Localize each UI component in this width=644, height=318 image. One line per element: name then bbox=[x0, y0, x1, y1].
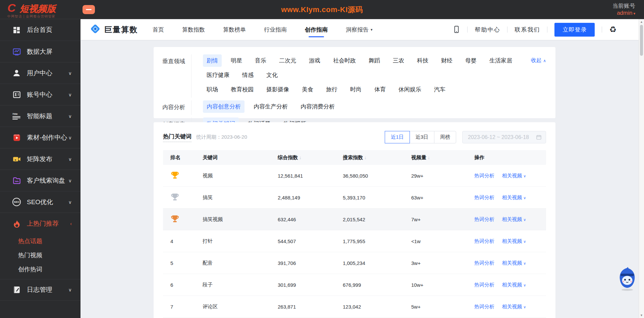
collapse-filters-link[interactable]: 收起 ∧ bbox=[531, 57, 546, 64]
scroll-up-arrow[interactable]: ▲ bbox=[639, 20, 644, 24]
filter-tag[interactable]: 内容消费分析 bbox=[297, 100, 338, 113]
range-controls: 近1日近3日周榜 2023-06-12 ~ 2023-06-18 bbox=[385, 131, 546, 143]
filter-tag[interactable]: 音乐 bbox=[251, 54, 270, 67]
hotword-analysis-link[interactable]: 热词分析 bbox=[474, 216, 494, 222]
range-button[interactable]: 周榜 bbox=[434, 131, 456, 143]
hotword-analysis-link[interactable]: 热词分析 bbox=[474, 173, 494, 178]
account-info: 当前账号 admin▾ bbox=[612, 2, 635, 17]
nav-link[interactable]: 行业指南▾ bbox=[264, 19, 287, 40]
filter-tag[interactable]: 母婴 bbox=[462, 54, 480, 67]
filter-tag[interactable]: 内容生产分析 bbox=[250, 100, 291, 113]
filter-tag[interactable]: 旅行 bbox=[322, 83, 341, 96]
sidebar-item-smart-title[interactable]: Title 智能标题 ∨ bbox=[0, 105, 80, 127]
filter-tag[interactable]: 社会时政 bbox=[329, 54, 360, 67]
dashboard-icon bbox=[12, 26, 21, 35]
filter-tag[interactable]: 汽车 bbox=[430, 83, 449, 96]
hotword-analysis-link[interactable]: 热词分析 bbox=[474, 238, 494, 244]
panel-title: 热门关键词 bbox=[163, 133, 192, 142]
filter-tag[interactable]: 剧情 bbox=[203, 54, 222, 67]
filter-tag[interactable]: 二次元 bbox=[275, 54, 300, 67]
account-dropdown[interactable]: admin▾ bbox=[612, 9, 635, 16]
sidebar-item-hot-recommend[interactable]: 上热门推荐 ‹ bbox=[0, 213, 80, 234]
sidebar-subitem-hot-videos[interactable]: 热门视频 bbox=[0, 248, 80, 262]
scroll-down-arrow[interactable]: ▼ bbox=[639, 314, 644, 317]
filter-tag[interactable]: 明星 bbox=[227, 54, 246, 67]
sidebar-item-material-center[interactable]: 素材-创作中心 ∨ bbox=[0, 127, 80, 148]
page-body: 收起 ∧ 垂直领域 剧情明星音乐二次元游戏社会时政舞蹈三农科技财经母婴生活家居医… bbox=[80, 40, 639, 318]
related-videos-link[interactable]: 相关视频∨ bbox=[502, 238, 526, 244]
chevron-down-icon: ∨ bbox=[68, 135, 72, 140]
sidebar-item-seo[interactable]: SEO SEO优化 ∨ bbox=[0, 191, 80, 213]
scrollbar-thumb[interactable] bbox=[640, 25, 643, 56]
related-videos-link[interactable]: 相关视频∨ bbox=[502, 282, 526, 287]
sidebar-item-customer-leads[interactable]: 客户线索询盘 ∨ bbox=[0, 170, 80, 191]
nav-link[interactable]: 算数榜单▾ bbox=[223, 19, 246, 40]
content-scrollbar[interactable]: ▲ ▼ bbox=[639, 19, 644, 318]
search-index-cell: 123,042 bbox=[343, 304, 411, 310]
mobile-phone-icon[interactable] bbox=[453, 25, 460, 34]
sidebar-collapse-button[interactable] bbox=[83, 5, 95, 14]
filter-tag[interactable]: 三农 bbox=[389, 54, 408, 67]
related-videos-link[interactable]: 相关视频∨ bbox=[502, 173, 526, 178]
sidebar-subitem-hot-topics[interactable]: 热点话题 bbox=[0, 234, 80, 248]
filter-tag[interactable]: 美食 bbox=[298, 83, 317, 96]
recycle-icon[interactable]: ♻ bbox=[609, 25, 616, 34]
actions-cell: 热词分析 相关视频∨ bbox=[474, 194, 546, 201]
help-center-link[interactable]: 帮助中心 bbox=[475, 26, 500, 34]
date-range-input[interactable]: 2023-06-12 ~ 2023-06-18 bbox=[462, 131, 546, 143]
mascot-widget[interactable] bbox=[616, 267, 638, 291]
hotword-analysis-link[interactable]: 热词分析 bbox=[474, 282, 494, 287]
sidebar-item-matrix-publish[interactable]: 矩阵发布 ∨ bbox=[0, 148, 80, 170]
sidebar-item-log-management[interactable]: 日志管理 ∨ bbox=[0, 279, 80, 301]
filter-tag[interactable]: 生活家居 bbox=[486, 54, 516, 67]
nav-link[interactable]: 创作指南▾ bbox=[305, 19, 328, 40]
filter-tag[interactable]: 休闲娱乐 bbox=[395, 83, 425, 96]
sidebar-subitem-creation-hotwords[interactable]: 创作热词 bbox=[0, 262, 80, 276]
filter-tag[interactable]: 内容创意分析 bbox=[203, 100, 245, 113]
filter-tag[interactable]: 体育 bbox=[371, 83, 389, 96]
hotword-analysis-link[interactable]: 热词分析 bbox=[474, 194, 494, 200]
filter-tag[interactable]: 财经 bbox=[437, 54, 456, 67]
sort-down-icon[interactable]: ↓ bbox=[364, 155, 367, 160]
header-banner-text: www.KIym.com-KI源码 bbox=[101, 5, 543, 15]
related-videos-link[interactable]: 相关视频∨ bbox=[502, 260, 526, 266]
filter-tag[interactable]: 时尚 bbox=[346, 83, 365, 96]
filter-tag[interactable]: 文化 bbox=[263, 69, 281, 81]
related-videos-link[interactable]: 相关视频∨ bbox=[502, 304, 526, 309]
contact-us-link[interactable]: 联系我们 bbox=[515, 26, 540, 34]
filter-tag[interactable]: 教育校园 bbox=[227, 83, 257, 96]
column-header: 综合指数↓ bbox=[278, 154, 343, 161]
trophy-icon bbox=[170, 214, 179, 223]
search-index-cell: 1,005,234 bbox=[343, 260, 411, 266]
title-icon: Title bbox=[12, 111, 21, 121]
hotword-analysis-link[interactable]: 热词分析 bbox=[474, 304, 494, 309]
sort-down-icon[interactable]: ↓ bbox=[299, 155, 302, 160]
nav-link[interactable]: 首页▾ bbox=[153, 19, 164, 40]
sort-down-icon[interactable]: ↓ bbox=[428, 155, 430, 160]
filter-tag[interactable]: 职场 bbox=[203, 83, 222, 96]
sidebar-item-user-center[interactable]: 用户中心 ∨ bbox=[0, 62, 80, 84]
logo-tagline: 中网智达 | 全网整合营销管家 bbox=[7, 15, 56, 18]
filter-tag[interactable]: 情感 bbox=[238, 69, 257, 81]
related-videos-link[interactable]: 相关视频∨ bbox=[502, 216, 526, 222]
login-button[interactable]: 立即登录 bbox=[554, 23, 595, 37]
sidebar-item-dashboard[interactable]: 后台首页 bbox=[0, 19, 80, 41]
filter-tag[interactable]: 舞蹈 bbox=[365, 54, 384, 67]
filter-tag[interactable]: 医疗健康 bbox=[203, 69, 233, 81]
table-row: 搞笑视频 632,446 2,015,542 7w+ 热词分析 相关视频∨ bbox=[163, 209, 546, 230]
nav-link[interactable]: 算数指数▾ bbox=[182, 19, 205, 40]
hotword-analysis-link[interactable]: 热词分析 bbox=[474, 260, 494, 266]
nav-link[interactable]: 洞察报告▾ bbox=[346, 19, 373, 40]
filter-tag[interactable]: 游戏 bbox=[305, 54, 324, 67]
filter-tag[interactable]: 摄影摄像 bbox=[263, 83, 293, 96]
table-row: 搞笑 2,488,149 5,393,170 63w+ 热词分析 相关视频∨ bbox=[163, 187, 546, 209]
related-videos-link[interactable]: 相关视频∨ bbox=[502, 194, 526, 200]
sidebar-item-account-center[interactable]: 账号中心 ∨ bbox=[0, 84, 80, 105]
sidebar-item-data-screen[interactable]: 数据大屏 bbox=[0, 41, 80, 62]
chevron-down-icon: ∨ bbox=[523, 305, 526, 309]
sidebar: 后台首页 数据大屏 用户中心 ∨ 账号中心 ∨ Title bbox=[0, 19, 80, 318]
video-icon bbox=[12, 133, 21, 142]
range-button[interactable]: 近3日 bbox=[410, 131, 434, 143]
range-button[interactable]: 近1日 bbox=[385, 131, 410, 143]
filter-tag[interactable]: 科技 bbox=[413, 54, 432, 67]
